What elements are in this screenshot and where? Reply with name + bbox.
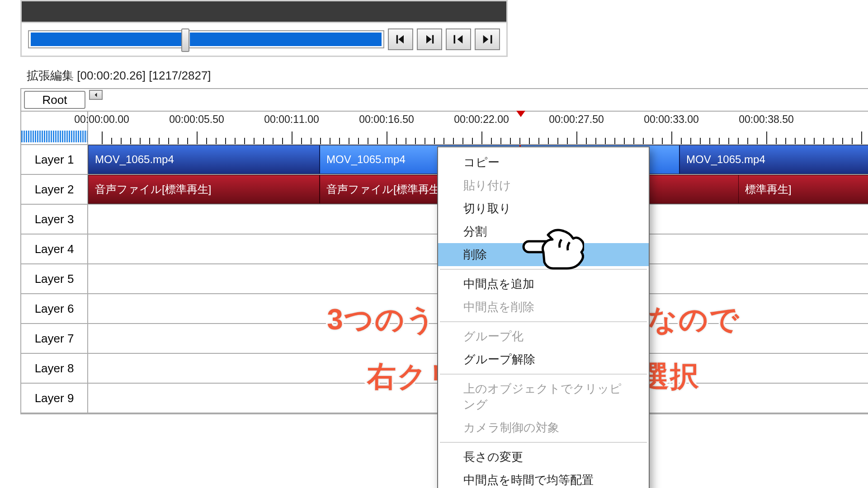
seek-fill-right	[190, 33, 382, 46]
layer-label[interactable]: Layer 7	[21, 324, 88, 353]
svg-rect-0	[396, 35, 398, 44]
go-end-icon	[481, 33, 494, 46]
ruler-label: 00:00:11.00	[264, 113, 319, 126]
ruler-label: 00:00:00.00	[74, 113, 129, 126]
seek-slider[interactable]	[28, 30, 384, 48]
root-button[interactable]: Root	[24, 91, 85, 109]
menu-item[interactable]: コピー	[438, 151, 649, 174]
step-forward-button[interactable]	[417, 28, 442, 50]
layer-label[interactable]: Layer 1	[21, 145, 88, 174]
seek-fill-left	[31, 33, 182, 46]
video-clip[interactable]: MOV_1065.mp4	[88, 145, 320, 174]
menu-item: グループ化	[438, 325, 649, 348]
menu-item: 上のオブジェクトでクリッピング	[438, 377, 649, 416]
menu-item[interactable]: 中間点を追加	[438, 272, 649, 296]
menu-item[interactable]: 切り取り	[438, 197, 649, 220]
menu-item: 貼り付け	[438, 174, 649, 197]
scroll-left-button[interactable]	[89, 90, 103, 100]
context-menu: コピー貼り付け切り取り分割削除中間点を追加中間点を削除グループ化グループ解除上の…	[437, 146, 650, 488]
layer-label[interactable]: Layer 6	[21, 294, 88, 323]
svg-rect-1	[432, 35, 434, 44]
step-back-button[interactable]	[388, 28, 413, 50]
ruler-label: 00:00:33.00	[644, 113, 699, 126]
svg-rect-2	[454, 35, 456, 44]
audio-clip[interactable]: 標準再生]	[738, 175, 868, 204]
ruler-label: 00:00:27.50	[549, 113, 604, 126]
go-end-button[interactable]	[475, 28, 500, 50]
ruler-label: 00:00:16.50	[359, 113, 414, 126]
layer-label[interactable]: Layer 8	[21, 354, 88, 383]
menu-item[interactable]: 中間点を時間で均等配置	[438, 469, 649, 488]
horizontal-scroll-area[interactable]	[88, 89, 868, 111]
audio-clip[interactable]: 音声ファイル[標準再生]	[88, 175, 320, 204]
step-back-icon	[394, 33, 407, 46]
menu-item[interactable]: グループ解除	[438, 348, 649, 371]
playback-bar	[20, 22, 508, 57]
menu-item: 中間点を削除	[438, 296, 649, 319]
time-ruler[interactable]: 00:00:00.0000:00:05.5000:00:11.0000:00:1…	[88, 112, 868, 144]
ruler-label: 00:00:22.00	[454, 113, 509, 126]
seek-handle[interactable]	[181, 28, 189, 52]
ruler-row: 00:00:00.0000:00:05.5000:00:11.0000:00:1…	[21, 112, 868, 145]
svg-rect-3	[491, 35, 492, 44]
step-forward-icon	[423, 33, 436, 46]
menu-separator	[440, 321, 647, 322]
layer-label[interactable]: Layer 3	[21, 205, 88, 234]
go-start-icon	[452, 33, 465, 46]
root-row: Root	[21, 89, 868, 112]
layer-label[interactable]: Layer 5	[21, 264, 88, 293]
layer-label[interactable]: Layer 2	[21, 175, 88, 204]
menu-item[interactable]: 長さの変更	[438, 446, 649, 469]
go-start-button[interactable]	[446, 28, 471, 50]
menu-item: カメラ制御の対象	[438, 416, 649, 439]
ruler-label: 00:00:05.50	[169, 113, 224, 126]
pointer-hand-icon	[521, 226, 584, 273]
menu-separator	[440, 442, 647, 443]
timeline-title: 拡張編集 [00:00:20.26] [1217/2827]	[20, 63, 868, 88]
ruler-label: 00:00:38.50	[739, 113, 794, 126]
video-clip[interactable]: MOV_1065.mp4	[679, 145, 868, 174]
audiometer-icon	[21, 131, 87, 142]
layer-label[interactable]: Layer 9	[21, 384, 88, 413]
layer-label[interactable]: Layer 4	[21, 235, 88, 263]
triangle-left-icon	[93, 92, 99, 98]
menu-separator	[440, 374, 647, 375]
